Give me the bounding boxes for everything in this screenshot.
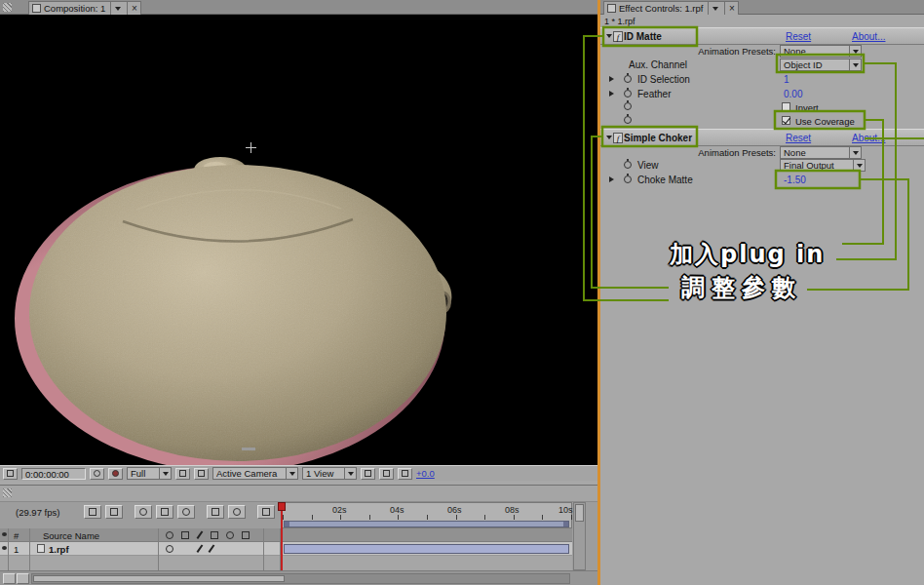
animation-presets-dropdown[interactable]: None [780,45,862,58]
pixel-aspect-icon[interactable] [361,468,375,480]
column-header-number: # [14,530,19,541]
stopwatch-icon[interactable] [624,102,632,110]
aux-channel-value: Object ID [784,59,849,70]
property-label: Choke Matte [637,175,693,185]
view-layout-value: 1 View [306,468,344,479]
cti-handle[interactable] [278,502,286,511]
stopwatch-icon[interactable] [624,116,632,124]
3d-layer-switch-icon [242,531,250,539]
expander-closed-icon[interactable] [609,76,614,82]
auto-keyframe-button[interactable] [228,505,246,519]
current-time-indicator[interactable] [281,502,283,570]
frame-rate-label: (29.97 fps) [16,507,59,518]
viewport-scroll-handle[interactable] [242,448,255,450]
stopwatch-icon[interactable] [624,75,632,83]
tab-composition[interactable]: Composition: 1 × [28,1,141,15]
expander-closed-icon[interactable] [609,176,614,182]
exposure-value[interactable]: +0.0 [416,468,435,479]
stopwatch-icon[interactable] [624,176,632,183]
reset-button[interactable]: Reset [786,133,811,143]
stopwatch-icon[interactable] [624,161,632,169]
property-row-feather: Feather 0.00 [600,87,924,100]
active-panel-border[interactable] [597,0,600,585]
expander-closed-icon[interactable] [609,91,614,97]
frame-blending-button[interactable] [156,505,173,519]
effect-header-simple-choker[interactable]: f Simple Choker Reset About... [600,129,924,146]
tab-menu-button[interactable] [708,2,721,15]
time-ruler[interactable]: 02s 04s 06s 08s 10s [281,502,572,528]
checkbox-label: Use Coverage [795,116,855,127]
shy-glyph [139,508,147,516]
stopwatch-icon[interactable] [624,90,632,98]
view-dropdown[interactable]: Final Output [780,159,866,172]
panel-grip-icon[interactable] [3,3,12,12]
checkbox-label: Invert [795,102,819,113]
brainstorm-button[interactable] [207,505,224,519]
timeline-vertical-scrollbar[interactable] [573,502,586,570]
camera-view-dropdown[interactable]: Active Camera [212,467,298,480]
timeline-bottom-bar [0,570,597,585]
column-divider [158,528,159,570]
close-icon: × [728,4,736,14]
composition-viewport[interactable] [0,15,597,465]
composition-tabbar: Composition: 1 × [0,0,597,15]
layer-frame-blend-icon[interactable] [197,544,203,552]
tab-effect-controls[interactable]: Effect Controls: 1.rpf × [603,1,739,15]
aux-channel-dropdown[interactable]: Object ID [780,58,862,71]
fast-preview-icon[interactable] [379,468,394,480]
expander-open-icon[interactable] [606,34,612,38]
tab-close-button[interactable]: × [127,2,140,15]
reset-button[interactable]: Reset [786,31,811,42]
property-value[interactable]: 1 [784,74,789,85]
use-coverage-checkbox[interactable] [782,116,790,125]
property-value[interactable]: 0.00 [784,89,802,99]
annotation-text-line1: 加入plug in [670,242,825,267]
hide-shy-layers-button[interactable] [135,505,152,519]
effect-header-id-matte[interactable]: f ID Matte Reset About... [600,27,924,45]
invert-checkbox[interactable] [782,102,790,111]
scrollbar-thumb[interactable] [575,504,584,522]
video-eye-icon[interactable] [2,546,7,550]
quality-switch-icon [166,531,173,539]
cursor-crosshair-icon [246,147,256,148]
layer-duration-bar[interactable] [284,544,569,554]
current-time-field[interactable]: 0:00:00:00 [21,468,86,480]
effect-name: Simple Choker [624,133,692,143]
timeline-horizontal-scrollbar[interactable] [31,573,570,584]
graph-editor-button[interactable] [257,505,275,519]
tab-menu-button[interactable] [110,2,124,15]
column-header-source-name[interactable]: Source Name [43,530,99,541]
animation-presets-row: Animation Presets: None [600,45,924,58]
pixel-aspect-glyph [365,470,371,477]
about-button[interactable]: About... [852,31,885,42]
ruler-ticks [283,515,572,520]
show-channel-icon[interactable] [108,468,123,480]
motion-blur-button[interactable] [177,505,195,519]
about-button[interactable]: About... [852,133,885,143]
chevron-down-icon [712,7,718,11]
expand-transfer-controls-button[interactable] [17,573,29,584]
safe-zones-icon[interactable] [175,468,190,480]
layer-name[interactable]: 1.rpf [49,544,69,555]
work-area-bar[interactable] [284,521,569,527]
timeline-button-icon[interactable] [398,468,412,480]
layer-quality-icon[interactable] [166,545,173,553]
effect-controls-tabbar: Effect Controls: 1.rpf × [600,0,924,15]
magnification-dropdown[interactable]: Full [127,467,172,480]
scrollbar-thumb[interactable] [33,575,285,582]
effect-enable-icon[interactable]: f [613,133,623,143]
property-value[interactable]: -1.50 [784,175,806,185]
live-update-button[interactable] [84,505,101,519]
expander-open-icon[interactable] [606,136,612,139]
region-of-interest-icon[interactable] [3,468,18,480]
view-layout-dropdown[interactable]: 1 View [302,467,357,480]
effect-enable-icon[interactable]: f [613,31,623,42]
grid-icon[interactable] [194,468,209,480]
animation-presets-label: Animation Presets: [600,147,776,158]
expand-layer-switches-button[interactable] [3,573,16,584]
tab-close-button[interactable]: × [724,2,738,15]
snapshot-icon[interactable] [90,468,104,480]
layer-motion-blur-icon[interactable] [209,544,214,552]
draft-3d-button[interactable] [105,505,123,519]
panel-grip-icon[interactable] [3,488,12,497]
